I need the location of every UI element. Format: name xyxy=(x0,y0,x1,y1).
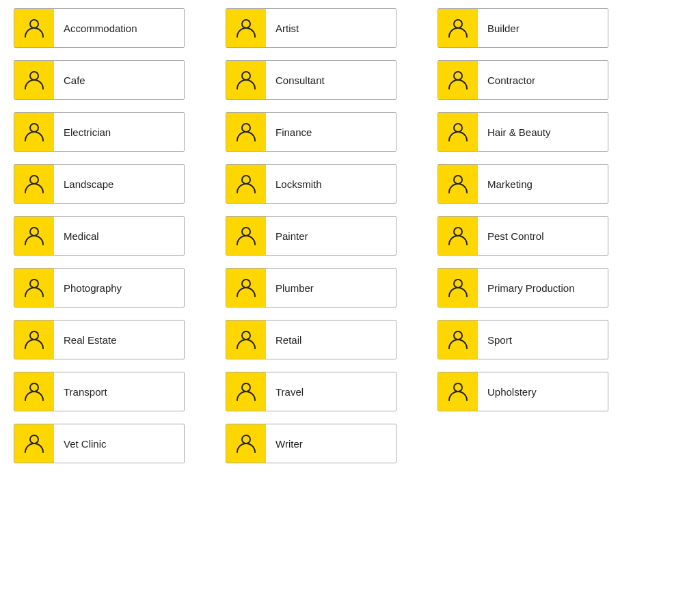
category-btn-hair-beauty[interactable]: Hair & Beauty xyxy=(438,112,608,152)
person-icon xyxy=(446,328,470,351)
icon-box-consultant xyxy=(226,60,266,100)
icon-box-travel xyxy=(226,372,266,411)
category-label-medical: Medical xyxy=(54,230,99,242)
person-icon xyxy=(23,16,46,40)
icon-box-painter xyxy=(226,216,266,256)
svg-point-25 xyxy=(242,435,250,444)
category-btn-upholstery[interactable]: Upholstery xyxy=(438,372,608,411)
svg-point-9 xyxy=(30,176,38,184)
person-icon xyxy=(23,120,46,144)
svg-point-19 xyxy=(242,331,250,340)
person-icon xyxy=(23,328,46,351)
svg-point-16 xyxy=(242,279,250,288)
category-btn-contractor[interactable]: Contractor xyxy=(438,60,608,100)
person-icon xyxy=(446,120,470,144)
category-btn-electrician[interactable]: Electrician xyxy=(14,112,185,152)
category-label-electrician: Electrician xyxy=(54,126,111,138)
icon-box-medical xyxy=(14,216,54,256)
category-label-photography: Photography xyxy=(54,282,122,294)
category-btn-pest-control[interactable]: Pest Control xyxy=(438,216,608,256)
icon-box-cafe xyxy=(14,60,54,100)
category-btn-writer[interactable]: Writer xyxy=(226,424,396,463)
category-btn-medical[interactable]: Medical xyxy=(14,216,185,256)
person-icon xyxy=(234,380,258,403)
category-label-vet-clinic: Vet Clinic xyxy=(54,438,107,450)
icon-box-electrician xyxy=(14,112,54,152)
category-btn-primary-production[interactable]: Primary Production xyxy=(438,268,608,308)
category-btn-builder[interactable]: Builder xyxy=(438,8,608,48)
category-label-cafe: Cafe xyxy=(54,74,85,86)
category-label-hair-beauty: Hair & Beauty xyxy=(478,126,551,138)
category-btn-travel[interactable]: Travel xyxy=(226,372,396,411)
svg-point-23 xyxy=(454,383,462,392)
icon-box-artist xyxy=(226,8,266,48)
person-icon xyxy=(446,16,470,40)
category-label-builder: Builder xyxy=(478,23,520,34)
person-icon xyxy=(23,432,46,455)
person-icon xyxy=(446,224,470,247)
icon-box-real-estate xyxy=(14,320,54,359)
svg-point-21 xyxy=(30,383,38,392)
person-icon xyxy=(234,432,258,455)
category-label-pest-control: Pest Control xyxy=(478,230,544,242)
category-btn-transport[interactable]: Transport xyxy=(14,372,185,411)
category-btn-vet-clinic[interactable]: Vet Clinic xyxy=(14,424,185,463)
category-btn-accommodation[interactable]: Accommodation xyxy=(14,8,185,48)
icon-box-primary-production xyxy=(438,268,478,308)
svg-point-10 xyxy=(242,176,250,184)
category-btn-plumber[interactable]: Plumber xyxy=(226,268,396,308)
category-label-finance: Finance xyxy=(266,126,312,138)
icon-box-hair-beauty xyxy=(438,112,478,152)
icon-box-accommodation xyxy=(14,8,54,48)
person-icon xyxy=(234,172,258,195)
category-label-painter: Painter xyxy=(266,230,308,242)
category-label-marketing: Marketing xyxy=(478,178,533,190)
person-icon xyxy=(234,68,258,92)
svg-point-24 xyxy=(30,435,38,444)
person-icon xyxy=(446,380,470,403)
svg-point-15 xyxy=(30,279,38,288)
category-btn-locksmith[interactable]: Locksmith xyxy=(226,164,396,204)
category-btn-photography[interactable]: Photography xyxy=(14,268,185,308)
person-icon xyxy=(234,120,258,144)
svg-point-2 xyxy=(454,20,462,28)
category-label-landscape: Landscape xyxy=(54,178,113,190)
person-icon xyxy=(446,276,470,299)
person-icon xyxy=(23,68,46,92)
svg-point-0 xyxy=(30,20,38,28)
icon-box-writer xyxy=(226,424,266,463)
icon-box-builder xyxy=(438,8,478,48)
category-label-travel: Travel xyxy=(266,386,304,398)
category-btn-cafe[interactable]: Cafe xyxy=(14,60,185,100)
person-icon xyxy=(446,172,470,195)
category-label-real-estate: Real Estate xyxy=(54,334,117,346)
icon-box-retail xyxy=(226,320,266,359)
icon-box-photography xyxy=(14,268,54,308)
category-btn-painter[interactable]: Painter xyxy=(226,216,396,256)
svg-point-4 xyxy=(242,72,250,80)
category-label-writer: Writer xyxy=(266,438,303,450)
category-btn-marketing[interactable]: Marketing xyxy=(438,164,608,204)
svg-point-14 xyxy=(454,228,462,236)
icon-box-contractor xyxy=(438,60,478,100)
category-btn-consultant[interactable]: Consultant xyxy=(226,60,396,100)
svg-point-12 xyxy=(30,228,38,236)
person-icon xyxy=(23,380,46,403)
category-label-retail: Retail xyxy=(266,334,301,346)
category-btn-artist[interactable]: Artist xyxy=(226,8,396,48)
category-label-transport: Transport xyxy=(54,386,107,398)
category-label-consultant: Consultant xyxy=(266,74,325,86)
category-btn-landscape[interactable]: Landscape xyxy=(14,164,185,204)
category-btn-retail[interactable]: Retail xyxy=(226,320,396,359)
category-label-accommodation: Accommodation xyxy=(54,23,137,34)
icon-box-pest-control xyxy=(438,216,478,256)
icon-box-locksmith xyxy=(226,164,266,204)
svg-point-8 xyxy=(454,124,462,132)
person-icon xyxy=(23,172,46,195)
category-btn-finance[interactable]: Finance xyxy=(226,112,396,152)
category-label-artist: Artist xyxy=(266,23,299,34)
category-btn-sport[interactable]: Sport xyxy=(438,320,608,359)
icon-box-landscape xyxy=(14,164,54,204)
category-btn-real-estate[interactable]: Real Estate xyxy=(14,320,185,359)
svg-point-13 xyxy=(242,228,250,236)
